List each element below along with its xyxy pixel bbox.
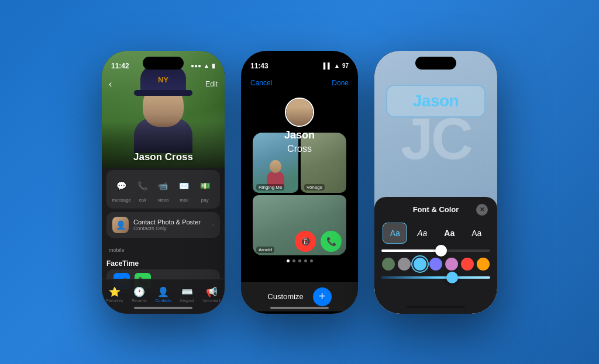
phone-2-screen: 11:43 ▌▌ ▲ 97 Cancel Done Jason Cross [241,51,358,314]
mail-action[interactable]: ✉️ mail [174,176,194,203]
mobile-section: mobile [102,241,225,255]
nav-recents[interactable]: 🕐 Recents [132,286,147,303]
edit-button[interactable]: Edit [205,80,218,88]
video-tile-1-label: Ringing Me [256,184,284,190]
customize-label[interactable]: Customize [267,292,303,301]
contact-photo-sub: Contacts Only [133,226,201,231]
call-contact-first: Jason [284,129,315,141]
poster-initials: JC [374,109,497,168]
voicemail-icon: 📢 [206,286,218,297]
contacts-label: Contacts [156,299,172,303]
panel-header: Font & Color ✕ [374,197,497,220]
panel-title: Font & Color [395,205,476,214]
color-swatch-blue[interactable] [414,258,426,271]
battery-icon: ▮ [212,63,215,69]
done-button[interactable]: Done [332,79,349,87]
call-avatar-img [286,99,313,126]
favorites-icon: ⭐ [109,286,121,297]
voicemail-label: Voicemail [203,299,221,303]
dot-2 [292,259,295,262]
dynamic-island-1 [143,57,184,70]
phone-2-frame: 11:43 ▌▌ ▲ 97 Cancel Done Jason Cross [241,51,358,314]
signal-icon: ●●● [191,63,201,69]
font-option-3[interactable]: Aa [437,223,462,244]
call-label: call [139,197,146,203]
phone-1-frame: 11:42 ●●● ▲ ▮ NY [102,51,225,314]
call-avatar [285,98,314,127]
home-indicator-1 [134,307,192,309]
dot-4 [304,259,307,262]
weight-slider-track[interactable] [381,249,490,252]
panel-close-button[interactable]: ✕ [476,204,488,216]
video-tile-2-label: Vonage [304,184,325,190]
add-button[interactable]: + [313,287,332,306]
color-slider-gradient [381,276,490,279]
font-option-2[interactable]: Aa [410,223,435,244]
back-button[interactable]: ‹ [109,79,112,89]
color-swatch-purple[interactable] [445,258,458,271]
color-slider-row [374,273,497,282]
color-swatch-green[interactable] [382,258,395,271]
call-action[interactable]: 📞 call [132,176,152,203]
dynamic-island-3 [415,57,456,70]
action-row: 💬 message 📞 call 📹 video ✉️ mail 💵 pay [106,170,220,209]
contact-photo-section: 👤 Contact Photo & Poster Contacts Only › [106,212,220,238]
poster-name: Jason [413,92,459,110]
weight-slider-thumb[interactable] [435,245,447,256]
time-1: 11:42 [111,62,129,70]
contact-photo-row[interactable]: 👤 Contact Photo & Poster Contacts Only › [106,212,220,238]
favorites-label: Favorites [106,299,123,303]
recents-icon: 🕐 [133,286,145,297]
dot-3 [298,259,301,262]
phone-3-frame: JC Jason Font & Color ✕ Aa Aa Aa Aa [374,51,497,314]
color-slider-track[interactable] [381,276,490,279]
time-2: 11:43 [250,62,268,70]
status-icons-2: ▌▌ ▲ 97 [323,63,349,69]
pay-action[interactable]: 💵 pay [195,176,215,203]
cancel-button[interactable]: Cancel [250,79,272,87]
dot-5 [310,259,313,262]
end-call-btn[interactable]: 📵 [295,231,316,252]
mobile-label: mobile [109,247,125,253]
color-swatch-orange[interactable] [477,258,490,271]
phone-3-screen: JC Jason Font & Color ✕ Aa Aa Aa Aa [374,51,497,314]
pay-label: pay [201,197,209,203]
call-contact-last: Cross [287,144,312,154]
contacts-icon: 👤 [157,286,169,297]
answer-call-btn[interactable]: 📞 [321,231,342,252]
nav-keypad[interactable]: ⌨️ Keypad [180,286,194,303]
nav-voicemail[interactable]: 📢 Voicemail [203,286,221,303]
contact-photo-text: Contact Photo & Poster Contacts Only [133,219,201,231]
call-info-area: Jason Cross [241,98,358,154]
dot-1 [287,259,290,262]
font-options: Aa Aa Aa Aa [374,220,497,246]
status-icons-1: ●●● ▲ ▮ [191,63,215,69]
message-icon: 💬 [112,176,132,196]
poster-name-box[interactable]: Jason [386,85,486,117]
color-swatch-indigo[interactable] [429,258,442,271]
weight-slider-row [374,246,497,255]
message-label: message [112,197,131,203]
font-option-4[interactable]: Aa [464,223,489,244]
contact-photo-label: Contact Photo & Poster [133,219,201,226]
color-swatch-red[interactable] [461,258,474,271]
video-label: video [157,197,168,203]
color-slider-thumb[interactable] [446,272,458,283]
mail-icon: ✉️ [174,176,194,196]
video-action[interactable]: 📹 video [153,176,173,203]
font-option-1[interactable]: Aa [383,223,407,244]
nav-favorites[interactable]: ⭐ Favorites [106,286,123,303]
signal-2-icon: ▌▌ [323,63,332,69]
mail-label: mail [180,197,188,203]
message-action[interactable]: 💬 message [112,176,132,203]
facetime-label: FaceTime [106,259,139,268]
color-swatch-gray[interactable] [398,258,411,271]
color-swatches [374,255,497,273]
wifi-icon: ▲ [204,63,209,69]
contact-name-hero: Jason Cross [102,151,225,163]
nav-contacts[interactable]: 👤 Contacts [156,286,172,303]
keypad-icon: ⌨️ [181,286,193,297]
contact-photo-icon: 👤 [112,217,129,233]
keypad-label: Keypad [180,299,194,303]
battery-2-icon: 97 [342,63,349,69]
